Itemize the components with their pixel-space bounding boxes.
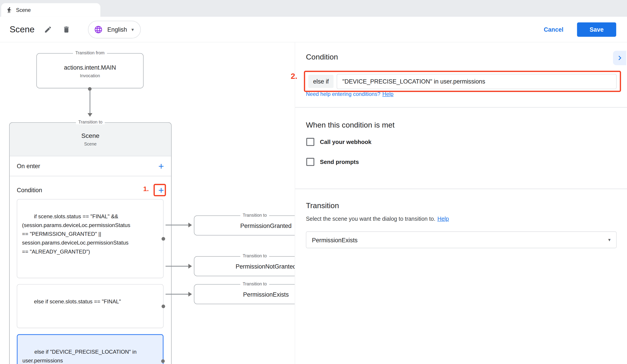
webhook-checkbox[interactable]: [306, 138, 314, 146]
conditions-help-line: Need help entering conditions?Help: [306, 91, 394, 97]
condition-item-3-selected[interactable]: else if "DEVICE_PRECISE_LOCATION" in use…: [17, 334, 163, 364]
conditions-help-link[interactable]: Help: [382, 91, 393, 97]
edit-scene-button[interactable]: [44, 25, 53, 34]
target-node-permission-not-granted[interactable]: Transition to PermissionNotGranted: [194, 256, 295, 276]
scene-node-header: Scene Scene: [10, 123, 171, 156]
transition-description: Select the scene you want the dialog to …: [306, 215, 449, 222]
elseif-label: else if: [308, 75, 333, 88]
condition-item-1[interactable]: if scene.slots.status == "FINAL" && (ses…: [17, 199, 163, 278]
on-enter-section: On enter +: [10, 156, 171, 176]
add-on-enter-button[interactable]: +: [158, 161, 164, 171]
transition-to-label: Transition to: [240, 254, 269, 258]
scene-flow-canvas: Transition from actions.intent.MAIN Invo…: [0, 43, 295, 364]
arrow-right-icon: [188, 292, 192, 296]
condition-item-3-text: else if "DEVICE_PRECISE_LOCATION" in use…: [22, 349, 137, 364]
annotation-step1-box: [154, 184, 166, 196]
condition-item-1-text: if scene.slots.status == "FINAL" && (ses…: [22, 214, 130, 255]
transition-from-label: Transition from: [73, 50, 107, 55]
transition-to-label: Transition to: [240, 281, 269, 286]
page-title: Scene: [10, 24, 35, 35]
transition-selected-scene: PermissionExists: [312, 236, 358, 243]
cancel-button[interactable]: Cancel: [544, 26, 563, 33]
target-scene-name: PermissionGranted: [240, 222, 292, 229]
chevron-down-icon: ▾: [131, 27, 134, 32]
annotation-step2-box: else if "DEVICE_PRECISE_LOCATION" in use…: [304, 71, 621, 92]
chevron-down-icon: ▾: [608, 237, 611, 242]
language-selector[interactable]: English ▾: [88, 21, 141, 38]
scene-node-title: Scene: [81, 132, 100, 139]
transition-to-label: Transition to: [76, 119, 105, 124]
connector-dot: [161, 237, 165, 240]
webhook-label: Call your webhook: [320, 139, 371, 145]
condition-section-label: Condition: [17, 187, 42, 193]
scene-node-subtitle: Scene: [84, 141, 97, 146]
intent-name: actions.intent.MAIN: [64, 64, 116, 71]
annotation-step2: 2.: [291, 72, 297, 81]
call-webhook-row[interactable]: Call your webhook: [306, 138, 371, 146]
condition-editor-panel: Condition 2. else if "DEVICE_PRECISE_LOC…: [295, 43, 627, 364]
chevron-right-icon: [615, 54, 624, 62]
when-condition-met-title: When this condition is met: [306, 121, 395, 130]
divider: [295, 189, 627, 189]
transition-section-title: Transition: [306, 201, 339, 210]
transition-to-label: Transition to: [240, 213, 269, 217]
intent-type: Invocation: [80, 73, 100, 78]
help-prompt-text: Need help entering conditions?: [306, 91, 380, 97]
connector-line: [90, 90, 91, 113]
transition-scene-select[interactable]: PermissionExists ▾: [306, 231, 617, 248]
globe-icon: [94, 25, 103, 34]
condition-panel-title: Condition: [306, 53, 338, 61]
arrow-right-icon: [188, 264, 192, 269]
delete-scene-button[interactable]: [62, 25, 71, 34]
collapse-panel-button[interactable]: [613, 51, 626, 65]
condition-item-2[interactable]: else if scene.slots.status == "FINAL": [17, 284, 163, 328]
scene-person-icon: [6, 7, 12, 13]
connector-line: [165, 266, 188, 267]
annotation-step1: 1.: [143, 185, 149, 193]
target-scene-name: PermissionNotGranted: [236, 263, 295, 270]
connector-dot: [161, 304, 165, 308]
divider: [295, 107, 627, 108]
trash-icon: [62, 25, 71, 34]
language-label: English: [107, 26, 127, 33]
prompts-checkbox[interactable]: [306, 158, 314, 166]
transition-help-link[interactable]: Help: [437, 215, 449, 222]
prompts-label: Send prompts: [320, 159, 359, 165]
header-bar: Scene English ▾ Cancel Save: [0, 17, 627, 43]
pencil-icon: [44, 25, 52, 34]
connector-line: [165, 225, 188, 226]
send-prompts-row[interactable]: Send prompts: [306, 158, 359, 166]
target-node-permission-exists[interactable]: Transition to PermissionExists: [194, 284, 295, 304]
arrow-down-icon: [88, 113, 92, 117]
condition-expression-input[interactable]: "DEVICE_PRECISE_LOCATION" in user.permis…: [337, 74, 617, 89]
connector-line: [165, 294, 188, 295]
condition-expression-value: "DEVICE_PRECISE_LOCATION" in user.permis…: [342, 78, 485, 85]
target-scene-name: PermissionExists: [243, 291, 289, 298]
condition-item-2-text: else if scene.slots.status == "FINAL": [34, 299, 121, 305]
actions-console-scene-editor: Scene Scene English ▾ Cancel Save Transi…: [0, 0, 627, 364]
arrow-right-icon: [188, 223, 192, 227]
transition-from-node[interactable]: Transition from actions.intent.MAIN Invo…: [36, 53, 144, 89]
save-button[interactable]: Save: [577, 22, 616, 37]
tab-strip: Scene: [0, 0, 627, 17]
scene-node-card[interactable]: Transition to Scene Scene On enter + Con…: [9, 122, 172, 364]
target-node-permission-granted[interactable]: Transition to PermissionGranted: [194, 215, 295, 235]
on-enter-label: On enter: [17, 163, 40, 169]
tab-label: Scene: [16, 7, 31, 13]
connector-dot: [161, 359, 165, 363]
transition-description-text: Select the scene you want the dialog to …: [306, 215, 435, 222]
tab-scene[interactable]: Scene: [1, 3, 100, 17]
